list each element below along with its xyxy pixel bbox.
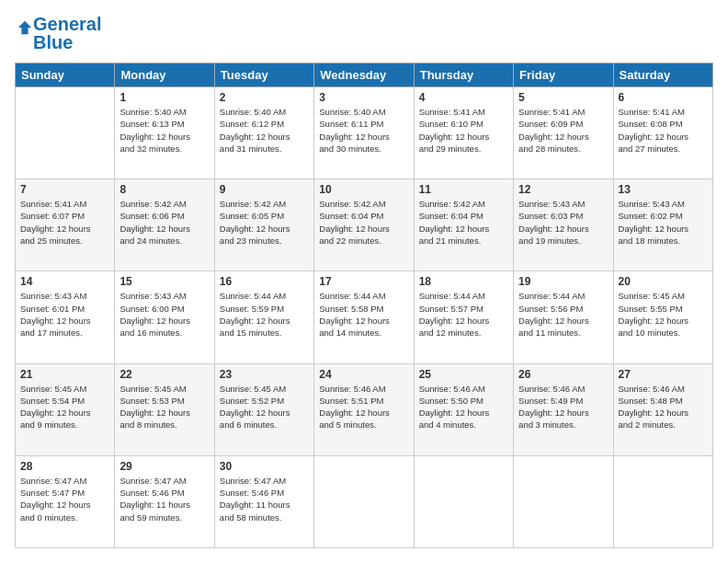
day-number: 19 [518, 275, 608, 288]
col-header-tuesday: Tuesday [214, 63, 313, 87]
day-number: 20 [619, 275, 708, 288]
day-number: 5 [518, 91, 608, 104]
day-cell: 10Sunrise: 5:42 AM Sunset: 6:04 PM Dayli… [314, 179, 414, 271]
day-info: Sunrise: 5:45 AM Sunset: 5:55 PM Dayligh… [619, 290, 708, 339]
day-cell: 13Sunrise: 5:43 AM Sunset: 6:02 PM Dayli… [613, 179, 712, 271]
day-info: Sunrise: 5:43 AM Sunset: 6:01 PM Dayligh… [20, 290, 109, 339]
day-cell: 12Sunrise: 5:43 AM Sunset: 6:03 PM Dayli… [514, 179, 613, 271]
day-cell: 1Sunrise: 5:40 AM Sunset: 6:13 PM Daylig… [115, 87, 214, 179]
day-number: 23 [220, 368, 309, 381]
day-cell: 27Sunrise: 5:46 AM Sunset: 5:48 PM Dayli… [613, 363, 712, 455]
day-cell: 9Sunrise: 5:42 AM Sunset: 6:05 PM Daylig… [214, 179, 313, 271]
day-cell: 2Sunrise: 5:40 AM Sunset: 6:12 PM Daylig… [214, 87, 313, 179]
day-cell [514, 455, 613, 547]
day-cell: 29Sunrise: 5:47 AM Sunset: 5:46 PM Dayli… [115, 455, 214, 547]
day-cell: 22Sunrise: 5:45 AM Sunset: 5:53 PM Dayli… [115, 363, 214, 455]
day-cell: 18Sunrise: 5:44 AM Sunset: 5:57 PM Dayli… [414, 271, 513, 363]
day-info: Sunrise: 5:40 AM Sunset: 6:13 PM Dayligh… [119, 106, 209, 155]
day-cell: 30Sunrise: 5:47 AM Sunset: 5:46 PM Dayli… [214, 455, 313, 547]
calendar-table: SundayMondayTuesdayWednesdayThursdayFrid… [15, 63, 713, 548]
day-cell: 20Sunrise: 5:45 AM Sunset: 5:55 PM Dayli… [613, 271, 712, 363]
day-info: Sunrise: 5:44 AM Sunset: 5:57 PM Dayligh… [419, 290, 508, 339]
day-number: 12 [518, 183, 608, 196]
day-cell: 6Sunrise: 5:41 AM Sunset: 6:08 PM Daylig… [613, 87, 712, 179]
day-cell [613, 455, 712, 547]
day-cell: 25Sunrise: 5:46 AM Sunset: 5:50 PM Dayli… [414, 363, 513, 455]
day-info: Sunrise: 5:41 AM Sunset: 6:09 PM Dayligh… [518, 106, 608, 155]
day-number: 8 [119, 183, 209, 196]
day-number: 26 [518, 368, 608, 381]
day-number: 28 [20, 460, 109, 473]
logo-blue: Blue [33, 33, 101, 52]
day-number: 30 [220, 460, 309, 473]
day-info: Sunrise: 5:43 AM Sunset: 6:03 PM Dayligh… [518, 198, 608, 247]
column-header-row: SundayMondayTuesdayWednesdayThursdayFrid… [16, 63, 713, 87]
day-info: Sunrise: 5:43 AM Sunset: 6:02 PM Dayligh… [619, 198, 708, 247]
day-info: Sunrise: 5:44 AM Sunset: 5:58 PM Dayligh… [319, 290, 408, 339]
svg-marker-0 [18, 21, 31, 34]
day-info: Sunrise: 5:42 AM Sunset: 6:06 PM Dayligh… [119, 198, 209, 247]
day-cell: 4Sunrise: 5:41 AM Sunset: 6:10 PM Daylig… [414, 87, 513, 179]
logo-general: General [33, 15, 101, 33]
col-header-sunday: Sunday [16, 63, 115, 87]
day-number: 25 [419, 368, 508, 381]
day-number: 13 [619, 183, 708, 196]
day-number: 3 [319, 91, 408, 104]
day-number: 10 [319, 183, 408, 196]
day-cell: 15Sunrise: 5:43 AM Sunset: 6:00 PM Dayli… [115, 271, 214, 363]
day-cell: 14Sunrise: 5:43 AM Sunset: 6:01 PM Dayli… [16, 271, 115, 363]
day-cell [414, 455, 513, 547]
day-info: Sunrise: 5:42 AM Sunset: 6:05 PM Dayligh… [220, 198, 309, 247]
day-cell [314, 455, 414, 547]
day-cell: 19Sunrise: 5:44 AM Sunset: 5:56 PM Dayli… [514, 271, 613, 363]
day-number: 2 [220, 91, 309, 104]
col-header-saturday: Saturday [613, 63, 712, 87]
day-info: Sunrise: 5:40 AM Sunset: 6:11 PM Dayligh… [319, 106, 408, 155]
day-number: 24 [319, 368, 408, 381]
day-cell: 16Sunrise: 5:44 AM Sunset: 5:59 PM Dayli… [214, 271, 313, 363]
day-cell: 7Sunrise: 5:41 AM Sunset: 6:07 PM Daylig… [16, 179, 115, 271]
day-info: Sunrise: 5:47 AM Sunset: 5:46 PM Dayligh… [220, 475, 309, 523]
day-info: Sunrise: 5:41 AM Sunset: 6:10 PM Dayligh… [419, 106, 508, 155]
day-cell [16, 87, 115, 179]
day-info: Sunrise: 5:47 AM Sunset: 5:47 PM Dayligh… [20, 475, 109, 523]
day-cell: 21Sunrise: 5:45 AM Sunset: 5:54 PM Dayli… [16, 363, 115, 455]
header: General Blue [15, 15, 713, 52]
day-cell: 17Sunrise: 5:44 AM Sunset: 5:58 PM Dayli… [314, 271, 414, 363]
day-cell: 28Sunrise: 5:47 AM Sunset: 5:47 PM Dayli… [16, 455, 115, 547]
day-info: Sunrise: 5:41 AM Sunset: 6:08 PM Dayligh… [619, 106, 708, 155]
day-number: 6 [619, 91, 708, 104]
day-cell: 11Sunrise: 5:42 AM Sunset: 6:04 PM Dayli… [414, 179, 513, 271]
day-number: 4 [419, 91, 508, 104]
day-number: 29 [119, 460, 209, 473]
day-info: Sunrise: 5:44 AM Sunset: 5:56 PM Dayligh… [518, 290, 608, 339]
day-number: 21 [20, 368, 109, 381]
day-number: 9 [220, 183, 309, 196]
logo-icon [17, 19, 33, 36]
day-info: Sunrise: 5:41 AM Sunset: 6:07 PM Dayligh… [20, 198, 109, 247]
col-header-friday: Friday [514, 63, 613, 87]
day-cell: 23Sunrise: 5:45 AM Sunset: 5:52 PM Dayli… [214, 363, 313, 455]
day-cell: 5Sunrise: 5:41 AM Sunset: 6:09 PM Daylig… [514, 87, 613, 179]
day-number: 16 [220, 275, 309, 288]
page: General Blue SundayMondayTuesdayWednesda… [0, 0, 728, 563]
day-number: 15 [119, 275, 209, 288]
day-info: Sunrise: 5:45 AM Sunset: 5:52 PM Dayligh… [220, 383, 309, 431]
day-info: Sunrise: 5:43 AM Sunset: 6:00 PM Dayligh… [119, 290, 209, 339]
day-info: Sunrise: 5:47 AM Sunset: 5:46 PM Dayligh… [119, 475, 209, 523]
day-cell: 26Sunrise: 5:46 AM Sunset: 5:49 PM Dayli… [514, 363, 613, 455]
day-number: 1 [119, 91, 209, 104]
calendar-body: 1Sunrise: 5:40 AM Sunset: 6:13 PM Daylig… [16, 87, 713, 548]
day-number: 22 [119, 368, 209, 381]
day-info: Sunrise: 5:42 AM Sunset: 6:04 PM Dayligh… [419, 198, 508, 247]
day-info: Sunrise: 5:44 AM Sunset: 5:59 PM Dayligh… [220, 290, 309, 339]
day-cell: 3Sunrise: 5:40 AM Sunset: 6:11 PM Daylig… [314, 87, 414, 179]
day-number: 14 [20, 275, 109, 288]
week-row-4: 21Sunrise: 5:45 AM Sunset: 5:54 PM Dayli… [16, 363, 713, 455]
col-header-monday: Monday [115, 63, 214, 87]
week-row-5: 28Sunrise: 5:47 AM Sunset: 5:47 PM Dayli… [16, 455, 713, 547]
day-number: 7 [20, 183, 109, 196]
week-row-1: 1Sunrise: 5:40 AM Sunset: 6:13 PM Daylig… [16, 87, 713, 179]
day-info: Sunrise: 5:42 AM Sunset: 6:04 PM Dayligh… [319, 198, 408, 247]
day-number: 11 [419, 183, 508, 196]
